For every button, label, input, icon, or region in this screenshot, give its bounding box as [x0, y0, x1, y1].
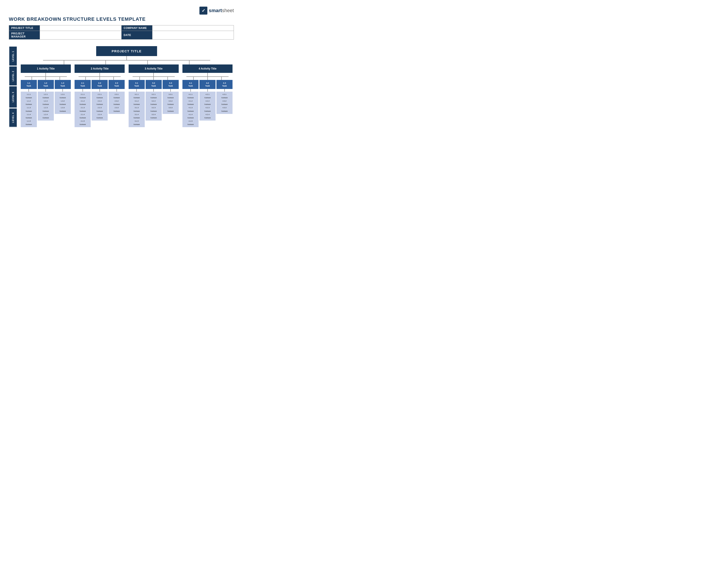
subtask-box-2.2: 2.2.1 Subtask 2.2.2 Subtask 2.2.3 Subtas… — [92, 92, 108, 121]
task-box-2.1: 2.1 Task — [75, 80, 91, 89]
l3-row-4: 4.1 Task4.1.1 Subtask 4.1.2 Subtask 4.1.… — [182, 80, 233, 127]
project-manager-label: PROJECT MANAGER — [9, 31, 40, 39]
l3-row-2: 2.1 Task2.1.1 Subtask 2.1.2 Subtask 2.1.… — [75, 80, 125, 127]
subtask-box-4.2: 4.2.1 Subtask 4.2.2 Subtask 4.2.3 Subtas… — [199, 92, 216, 121]
level-2-label: LEVEL 2 — [9, 66, 17, 86]
logo-bold: smart — [209, 8, 222, 13]
task-col-2-1: 2.1 Task2.1.1 Subtask 2.1.2 Subtask 2.1.… — [75, 80, 91, 127]
subtask-box-2.3: 2.3.1 Subtask 2.3.2 Subtask 2.3.3 Subtas… — [109, 92, 125, 114]
level1-row: PROJECT TITLE — [19, 46, 234, 56]
logo-normal: sheet — [222, 8, 234, 13]
info-table: PROJECT TITLE COMPANY NAME PROJECT MANAG… — [9, 25, 234, 39]
level-labels: LEVEL 1 LEVEL 2 LEVEL 3 LEVEL 4 — [9, 46, 17, 127]
l1-connector — [19, 56, 234, 60]
task-col-1-2: 1.2 Task1.2.1 Subtask 1.2.2 Subtask 1.2.… — [38, 80, 54, 127]
l3-row-3: 3.1 Task3.1.1 Subtask 3.1.2 Subtask 3.1.… — [129, 80, 179, 127]
activity-col-4: 4 Activity Title4.1 Task4.1.1 Subtask 4.… — [181, 64, 234, 127]
level-3-label: LEVEL 3 — [9, 86, 17, 108]
task-col-3-2: 3.2 Task3.2.1 Subtask 3.2.2 Subtask 3.2.… — [146, 80, 162, 127]
task-col-2-2: 2.2 Task2.2.1 Subtask 2.2.2 Subtask 2.2.… — [92, 80, 108, 127]
project-title-value[interactable] — [40, 25, 122, 31]
task-box-2.2: 2.2 Task — [92, 80, 108, 89]
level2-row: 1 Activity Title1.1 Task1.1.1 Subtask 1.… — [19, 64, 234, 127]
company-name-value[interactable] — [152, 25, 234, 31]
activity-title-4: 4 Activity Title — [182, 64, 233, 73]
logo-icon: ✓ — [199, 7, 207, 15]
activity-title-3: 3 Activity Title — [129, 64, 179, 73]
project-manager-value[interactable] — [40, 31, 122, 39]
logo-area: ✓ smartsheet — [9, 7, 234, 15]
task-box-3.1: 3.1 Task — [129, 80, 145, 89]
project-title-box: PROJECT TITLE — [96, 46, 157, 56]
l3-row-1: 1.1 Task1.1.1 Subtask 1.1.2 Subtask 1.1.… — [21, 80, 71, 127]
task-col-1-1: 1.1 Task1.1.1 Subtask 1.1.2 Subtask 1.1.… — [21, 80, 37, 127]
company-name-label: COMPANY NAME — [121, 25, 152, 31]
date-value[interactable] — [152, 31, 234, 39]
page-title: WORK BREAKDOWN STRUCTURE LEVELS TEMPLATE — [9, 16, 234, 22]
level-1-label: LEVEL 1 — [9, 46, 17, 66]
task-col-4-1: 4.1 Task4.1.1 Subtask 4.1.2 Subtask 4.1.… — [182, 80, 199, 127]
task-box-2.3: 2.3 Task — [109, 80, 125, 89]
activity-title-2: 2 Activity Title — [75, 64, 125, 73]
subtask-box-3.1: 3.1.1 Subtask 3.1.2 Subtask 3.1.3 Subtas… — [129, 92, 145, 127]
activity-title-1: 1 Activity Title — [21, 64, 71, 73]
task-box-4.3: 4.3 Task — [216, 80, 233, 89]
subtask-box-3.3: 3.3.1 Subtask 3.3.2 Subtask 3.3.3 Subtas… — [163, 92, 179, 114]
subtask-box-1.1: 1.1.1 Subtask 1.1.2 Subtask 1.1.3 Subtas… — [21, 92, 37, 127]
task-box-3.3: 3.3 Task — [163, 80, 179, 89]
logo: ✓ smartsheet — [199, 7, 234, 15]
task-box-4.2: 4.2 Task — [199, 80, 216, 89]
activity-col-1: 1 Activity Title1.1 Task1.1.1 Subtask 1.… — [19, 64, 72, 127]
level-4-label: LEVEL 4 — [9, 108, 17, 127]
date-label: DATE — [121, 31, 152, 39]
subtask-box-1.3: 1.3.1 Subtask 1.3.2 Subtask 1.3.3 Subtas… — [55, 92, 71, 114]
subtask-box-1.2: 1.2.1 Subtask 1.2.2 Subtask 1.2.3 Subtas… — [38, 92, 54, 121]
task-box-4.1: 4.1 Task — [182, 80, 199, 89]
task-box-3.2: 3.2 Task — [146, 80, 162, 89]
project-title-label: PROJECT TITLE — [9, 25, 40, 31]
task-col-3-3: 3.3 Task3.3.1 Subtask 3.3.2 Subtask 3.3.… — [163, 80, 179, 127]
task-col-3-1: 3.1 Task3.1.1 Subtask 3.1.2 Subtask 3.1.… — [129, 80, 145, 127]
subtask-box-4.1: 4.1.1 Subtask 4.1.2 Subtask 4.1.3 Subtas… — [182, 92, 199, 127]
task-col-1-3: 1.3 Task1.3.1 Subtask 1.3.2 Subtask 1.3.… — [55, 80, 71, 127]
logo-text: smartsheet — [209, 8, 234, 13]
chart-body: PROJECT TITLE 1 Activity Title1.1 Task1.… — [19, 46, 234, 127]
subtask-box-3.2: 3.2.1 Subtask 3.2.2 Subtask 3.2.3 Subtas… — [146, 92, 162, 121]
task-box-1.1: 1.1 Task — [21, 80, 37, 89]
wbs-chart-container: LEVEL 1 LEVEL 2 LEVEL 3 LEVEL 4 PROJECT … — [9, 46, 234, 127]
activity-col-2: 2 Activity Title2.1 Task2.1.1 Subtask 2.… — [73, 64, 126, 127]
task-col-4-3: 4.3 Task4.3.1 Subtask 4.3.2 Subtask 4.3.… — [216, 80, 233, 127]
subtask-box-2.1: 2.1.1 Subtask 2.1.2 Subtask 2.1.3 Subtas… — [75, 92, 91, 127]
task-box-1.2: 1.2 Task — [38, 80, 54, 89]
subtask-box-4.3: 4.3.1 Subtask 4.3.2 Subtask 4.3.3 Subtas… — [216, 92, 233, 114]
activity-col-3: 3 Activity Title3.1 Task3.1.1 Subtask 3.… — [127, 64, 180, 127]
l1-v-lines — [43, 60, 210, 64]
task-col-2-3: 2.3 Task2.3.1 Subtask 2.3.2 Subtask 2.3.… — [109, 80, 125, 127]
task-box-1.3: 1.3 Task — [55, 80, 71, 89]
task-col-4-2: 4.2 Task4.2.1 Subtask 4.2.2 Subtask 4.2.… — [199, 80, 216, 127]
